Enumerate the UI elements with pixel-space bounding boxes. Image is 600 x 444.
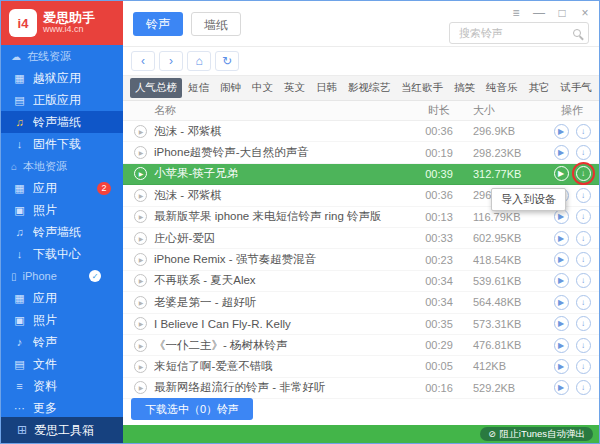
- download-to-device-button[interactable]: ↓: [576, 295, 591, 310]
- close-icon[interactable]: ×: [579, 6, 591, 20]
- sidebar-item-label: 铃声: [33, 334, 57, 351]
- download-to-device-button[interactable]: ↓: [576, 380, 591, 395]
- category-tab[interactable]: 搞笑: [449, 78, 480, 98]
- preview-play-icon[interactable]: ▶: [134, 146, 147, 159]
- download-to-device-button[interactable]: ↓: [576, 252, 591, 267]
- preview-play-icon[interactable]: ▶: [134, 339, 147, 352]
- sidebar-item-label: 正版应用: [33, 92, 81, 109]
- ringtone-size: 476.81KB: [465, 339, 545, 351]
- table-row[interactable]: ▶ 最新网络超流行的铃声 - 非常好听 00:16 529.2KB ▶ ↓: [123, 378, 599, 399]
- preview-play-icon[interactable]: ▶: [134, 125, 147, 138]
- preview-play-icon[interactable]: ▶: [134, 232, 147, 245]
- category-tab[interactable]: 日韩: [311, 78, 342, 98]
- table-row[interactable]: ▶ 泡沫 - 邓紫棋 00:36 296.9KB ▶ ↓: [123, 121, 599, 142]
- tab-wallpapers[interactable]: 墙纸: [191, 12, 241, 36]
- preview-play-icon[interactable]: ▶: [134, 274, 147, 287]
- table-row[interactable]: ▶ 来短信了啊-爱意不错哦 00:05 412KB ▶ ↓: [123, 356, 599, 377]
- preview-play-icon[interactable]: ▶: [134, 189, 147, 202]
- download-to-device-button[interactable]: ↓: [576, 231, 591, 246]
- download-to-device-button[interactable]: ↓: [576, 188, 591, 203]
- sidebar-item-label: 照片: [33, 312, 57, 329]
- home-icon[interactable]: ⌂: [187, 51, 211, 71]
- category-tab[interactable]: 影视综艺: [343, 78, 395, 98]
- play-button[interactable]: ▶: [554, 338, 569, 353]
- table-row[interactable]: ▶ 《一仆二主》- 杨树林铃声 00:29 476.81KB ▶ ↓: [123, 335, 599, 356]
- ringtone-size: 573.31KB: [465, 318, 545, 330]
- preview-play-icon[interactable]: ▶: [134, 167, 147, 180]
- download-to-device-button[interactable]: ↓: [576, 166, 591, 181]
- category-tab[interactable]: 纯音乐: [481, 78, 523, 98]
- category-tab[interactable]: 试手气: [556, 78, 598, 98]
- category-tab[interactable]: 人气总榜: [130, 78, 182, 98]
- search-input[interactable]: [457, 26, 569, 40]
- minimize-icon[interactable]: —: [533, 6, 545, 20]
- play-button[interactable]: ▶: [554, 209, 569, 224]
- search-icon[interactable]: [573, 29, 581, 37]
- tab-ringtones[interactable]: 铃声: [133, 12, 183, 36]
- preview-play-icon[interactable]: ▶: [134, 360, 147, 373]
- sidebar-item[interactable]: ▤ 文件: [1, 353, 123, 375]
- play-button[interactable]: ▶: [554, 359, 569, 374]
- download-to-device-button[interactable]: ↓: [576, 273, 591, 288]
- ringtone-duration: 00:39: [413, 168, 465, 180]
- sidebar-item[interactable]: ↓ 固件下载: [1, 133, 123, 155]
- download-to-device-button[interactable]: ↓: [576, 338, 591, 353]
- preview-play-icon[interactable]: ▶: [134, 317, 147, 330]
- refresh-icon[interactable]: ↻: [215, 51, 239, 71]
- play-button[interactable]: ▶: [554, 166, 569, 181]
- menu-icon[interactable]: ≡: [510, 6, 522, 20]
- sidebar-item[interactable]: ▣ 照片: [1, 309, 123, 331]
- category-tab[interactable]: 中文: [247, 78, 278, 98]
- sidebar-item[interactable]: ▦ 应用 2: [1, 177, 123, 199]
- forward-icon[interactable]: ›: [159, 51, 183, 71]
- download-to-device-button[interactable]: ↓: [576, 359, 591, 374]
- table-row[interactable]: ▶ 庄心妍-爱囚 00:33 602.95KB ▶ ↓: [123, 228, 599, 249]
- play-button[interactable]: ▶: [554, 145, 569, 160]
- sidebar-item-label: 铃声墙纸: [33, 114, 81, 131]
- sidebar-item[interactable]: ♪ 铃声: [1, 331, 123, 353]
- sidebar-item[interactable]: ⋯ 更多: [1, 397, 123, 419]
- sidebar-item[interactable]: ▣ 照片: [1, 199, 123, 221]
- category-tab[interactable]: 英文: [279, 78, 310, 98]
- table-row[interactable]: ▶ iPhone超赞铃声-大自然的声音 00:19 298.23KB ▶ ↓: [123, 142, 599, 163]
- maximize-icon[interactable]: □: [556, 6, 568, 20]
- row-actions: ▶ ↓: [545, 252, 599, 267]
- category-tab[interactable]: 其它: [524, 78, 555, 98]
- toolbox-button[interactable]: ⊞ 爱思工具箱: [1, 417, 123, 443]
- preview-play-icon[interactable]: ▶: [134, 296, 147, 309]
- section-header-iphone: ▯ iPhone ✓: [1, 265, 123, 287]
- play-button[interactable]: ▶: [554, 380, 569, 395]
- table-row[interactable]: ▶ 小苹果-筷子兄弟 00:39 312.77KB ▶ ↓: [123, 164, 599, 185]
- play-button[interactable]: ▶: [554, 252, 569, 267]
- back-icon[interactable]: ‹: [131, 51, 155, 71]
- preview-play-icon[interactable]: ▶: [134, 210, 147, 223]
- block-itunes-toggle[interactable]: ⊘ 阻止iTunes自动弹出: [480, 427, 593, 441]
- play-button[interactable]: ▶: [554, 316, 569, 331]
- sidebar-item[interactable]: ♫ 铃声墙纸: [1, 111, 123, 133]
- play-button[interactable]: ▶: [554, 295, 569, 310]
- logo-icon: i4: [9, 9, 37, 37]
- sidebar-item[interactable]: ▤ 正版应用: [1, 89, 123, 111]
- sidebar-item[interactable]: ▦ 应用: [1, 287, 123, 309]
- sidebar-item[interactable]: ▦ 越狱应用: [1, 67, 123, 89]
- category-tab[interactable]: 短信: [183, 78, 214, 98]
- play-button[interactable]: ▶: [554, 124, 569, 139]
- preview-play-icon[interactable]: ▶: [134, 253, 147, 266]
- table-row[interactable]: ▶ 老婆是第一 - 超好听 00:34 564.48KB ▶ ↓: [123, 292, 599, 313]
- download-to-device-button[interactable]: ↓: [576, 145, 591, 160]
- table-row[interactable]: ▶ I Believe I Can Fly-R. Kelly 00:35 573…: [123, 314, 599, 335]
- download-to-device-button[interactable]: ↓: [576, 124, 591, 139]
- play-button[interactable]: ▶: [554, 231, 569, 246]
- download-selected-button[interactable]: 下载选中（0）铃声: [131, 398, 253, 420]
- sidebar-item[interactable]: ↓ 下载中心: [1, 243, 123, 265]
- table-row[interactable]: ▶ iPhone Remix - 强节奏超赞混音 00:23 418.54KB …: [123, 249, 599, 270]
- preview-play-icon[interactable]: ▶: [134, 381, 147, 394]
- play-button[interactable]: ▶: [554, 273, 569, 288]
- sidebar-item[interactable]: ≡ 资料: [1, 375, 123, 397]
- sidebar-item[interactable]: ♫ 铃声墙纸: [1, 221, 123, 243]
- download-to-device-button[interactable]: ↓: [576, 316, 591, 331]
- category-tab[interactable]: 当红歌手: [396, 78, 448, 98]
- category-tab[interactable]: 闹钟: [215, 78, 246, 98]
- table-row[interactable]: ▶ 不再联系 - 夏天Alex 00:34 539.61KB ▶ ↓: [123, 271, 599, 292]
- download-to-device-button[interactable]: ↓: [576, 209, 591, 224]
